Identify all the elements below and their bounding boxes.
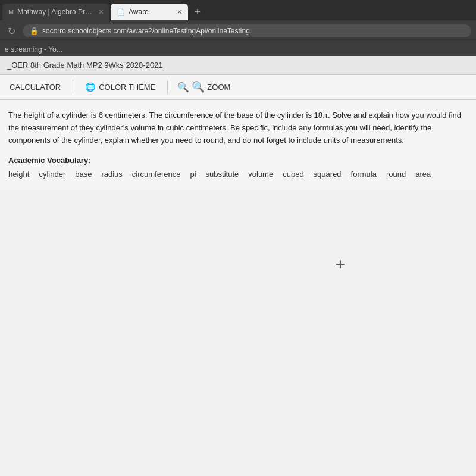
vocab-word: area bbox=[415, 170, 431, 178]
toolbar-divider-2 bbox=[167, 80, 168, 94]
zoom-section: 🔍 🔍 ZOOM bbox=[170, 80, 237, 93]
toolbar-divider-1 bbox=[73, 80, 73, 94]
test-title: _OER 8th Grade Math MP2 9Wks 2020-2021 bbox=[7, 61, 163, 70]
reload-button[interactable]: ↻ bbox=[5, 26, 18, 37]
test-header: _OER 8th Grade Math MP2 9Wks 2020-2021 bbox=[0, 56, 476, 75]
vocab-word: cubed bbox=[283, 170, 303, 178]
vocab-word: cylinder bbox=[39, 170, 65, 178]
address-bar[interactable]: 🔒 socorro.schoolobjects.com/aware2/onlin… bbox=[23, 24, 471, 37]
zoom-in-icon[interactable]: 🔍 bbox=[192, 80, 205, 93]
calculator-label: CALCULATOR bbox=[10, 83, 61, 92]
content-area: _OER 8th Grade Math MP2 9Wks 2020-2021 C… bbox=[0, 56, 476, 476]
vocab-section: Academic Vocabulary: heightcylinderbaser… bbox=[8, 156, 468, 181]
tab-bar: M Mathway | Algebra Proble... × 📄 Aware … bbox=[0, 0, 476, 20]
vocab-word: squared bbox=[314, 170, 342, 178]
answer-area[interactable]: + bbox=[0, 190, 476, 369]
color-theme-button[interactable]: 🌐 COLOR THEME bbox=[76, 75, 165, 99]
vocab-word: circumference bbox=[132, 170, 181, 178]
vocab-word: base bbox=[75, 170, 92, 178]
tab-mathway-close[interactable]: × bbox=[99, 8, 104, 16]
new-tab-button[interactable]: + bbox=[189, 4, 206, 20]
bookmarks-bar: e streaming - Yo... bbox=[0, 42, 476, 56]
url-text: socorro.schoolobjects.com/aware2/onlineT… bbox=[42, 27, 250, 35]
vocab-word: height bbox=[8, 170, 29, 178]
vocab-words: heightcylinderbaseradiuscircumferencepis… bbox=[8, 170, 468, 181]
vocab-title: Academic Vocabulary: bbox=[8, 156, 468, 165]
bookmark-item[interactable]: e streaming - Yo... bbox=[5, 45, 62, 54]
question-area: The height of a cylinder is 6 centimeter… bbox=[0, 100, 476, 190]
tab-mathway[interactable]: M Mathway | Algebra Proble... × bbox=[2, 4, 109, 20]
address-bar-row: ↻ 🔒 socorro.schoolobjects.com/aware2/onl… bbox=[0, 20, 476, 42]
toolbar: CALCULATOR 🌐 COLOR THEME 🔍 🔍 ZOOM bbox=[0, 75, 476, 100]
calculator-button[interactable]: CALCULATOR bbox=[0, 75, 70, 99]
browser-chrome: M Mathway | Algebra Proble... × 📄 Aware … bbox=[0, 0, 476, 56]
tab-aware-favicon: 📄 bbox=[117, 8, 125, 16]
vocab-word: volume bbox=[248, 170, 273, 178]
vocab-word: formula bbox=[351, 170, 377, 178]
question-text: The height of a cylinder is 6 centimeter… bbox=[8, 109, 468, 146]
tab-aware-close[interactable]: × bbox=[177, 8, 182, 16]
tab-aware[interactable]: 📄 Aware × bbox=[111, 4, 188, 20]
globe-icon: 🌐 bbox=[85, 82, 95, 92]
zoom-label: ZOOM bbox=[207, 83, 230, 92]
color-theme-label: COLOR THEME bbox=[99, 83, 155, 92]
vocab-word: radius bbox=[101, 170, 122, 178]
vocab-word: substitute bbox=[206, 170, 239, 178]
tab-favicon: M bbox=[8, 8, 14, 15]
lock-icon: 🔒 bbox=[30, 27, 39, 35]
tab-aware-title: Aware bbox=[129, 8, 174, 16]
vocab-word: pi bbox=[190, 170, 196, 178]
zoom-out-icon[interactable]: 🔍 bbox=[177, 82, 189, 93]
tab-mathway-title: Mathway | Algebra Proble... bbox=[17, 8, 95, 16]
vocab-word: round bbox=[386, 170, 406, 178]
add-content-icon[interactable]: + bbox=[336, 255, 345, 274]
